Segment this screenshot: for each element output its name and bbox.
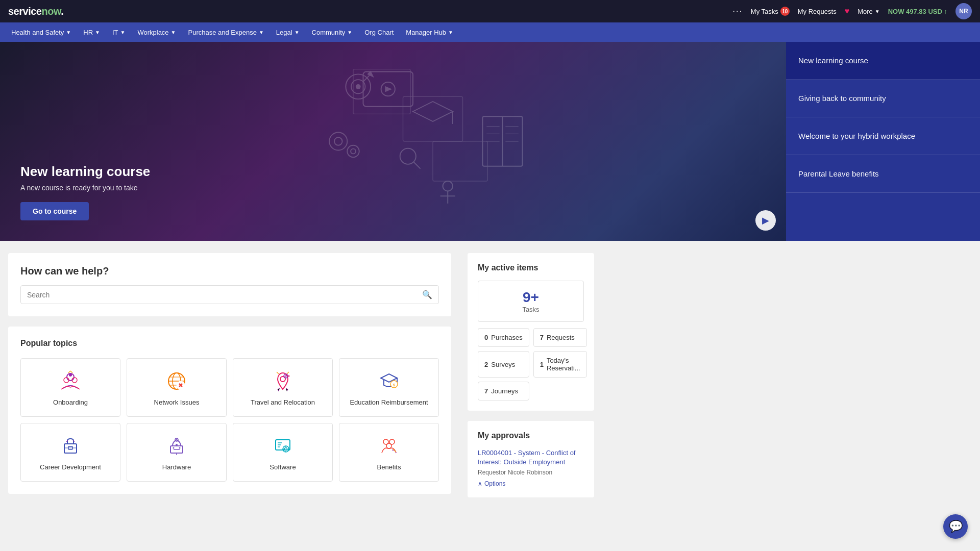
more-menu[interactable]: More ▼	[857, 8, 880, 15]
svg-point-11	[443, 181, 453, 191]
nav-manager-hub-label: Manager Hub	[406, 29, 446, 36]
nav-purchase-expense[interactable]: Purchase and Expense ▼	[183, 26, 269, 39]
search-box: 🔍	[20, 285, 439, 304]
search-icon: 🔍	[422, 290, 432, 299]
nav-legal-label: Legal	[276, 29, 292, 36]
nav-legal[interactable]: Legal ▼	[271, 26, 305, 39]
svg-point-5	[329, 132, 347, 150]
journeys-badge[interactable]: 7 Journeys	[478, 382, 529, 400]
hero-sidebar-item-1[interactable]: Giving back to community	[786, 80, 980, 117]
surveys-badge[interactable]: 2 Surveys	[478, 351, 529, 378]
nav-bar: Health and Safety ▼ HR ▼ IT ▼ Workplace …	[0, 22, 980, 42]
more-chevron-icon: ▼	[875, 9, 880, 14]
my-requests-label: My Requests	[798, 8, 837, 15]
reservations-count: 1	[540, 361, 544, 368]
help-title: How can we help?	[20, 265, 439, 277]
search-input[interactable]	[27, 291, 422, 299]
heart-icon[interactable]: ♥	[845, 7, 850, 16]
svg-point-67	[285, 448, 287, 450]
reservations-badge[interactable]: 1 Today's Reservati...	[533, 351, 587, 378]
nav-health-safety-chevron: ▼	[66, 30, 71, 35]
travel-relocation-icon	[271, 369, 295, 393]
topic-education-reimbursement-label: Education Reimbursement	[350, 398, 428, 406]
approvals-title: My approvals	[478, 431, 584, 440]
dots-menu[interactable]: ···	[732, 7, 742, 16]
nav-purchase-expense-chevron: ▼	[259, 30, 264, 35]
topic-education-reimbursement[interactable]: $ Education Reimbursement	[339, 358, 439, 417]
hardware-icon	[164, 434, 189, 458]
nav-community-chevron: ▼	[347, 30, 352, 35]
topic-career-development[interactable]: Career Development	[20, 423, 120, 482]
svg-point-33	[69, 373, 72, 377]
logo-text: servicenow.	[8, 6, 63, 17]
nav-it-chevron: ▼	[120, 30, 126, 35]
nav-community[interactable]: Community ▼	[307, 26, 358, 39]
play-icon: ▶	[762, 215, 769, 226]
onboarding-icon	[58, 369, 83, 393]
svg-line-34	[68, 371, 70, 373]
svg-point-6	[334, 137, 342, 145]
hero-sidebar-item-3[interactable]: Parental Leave benefits	[786, 155, 980, 193]
top-bar: servicenow. ··· My Tasks 10 My Requests …	[0, 0, 980, 22]
svg-line-35	[70, 371, 72, 373]
logo[interactable]: servicenow.	[8, 6, 63, 17]
hero-sidebar-item-0[interactable]: New learning course	[786, 42, 980, 80]
hero-main: New learning course A new course is read…	[0, 42, 786, 241]
journeys-label: Journeys	[491, 387, 518, 395]
nav-hr[interactable]: HR ▼	[78, 26, 105, 39]
svg-text:$: $	[393, 383, 396, 387]
svg-point-63	[179, 447, 181, 449]
options-link[interactable]: ∧ Options	[478, 480, 584, 487]
my-requests[interactable]: My Requests	[798, 8, 837, 15]
reservations-label: Today's Reservati...	[547, 357, 580, 372]
education-reimbursement-icon: $	[377, 369, 401, 393]
topic-onboarding[interactable]: Onboarding	[20, 358, 120, 417]
nav-workplace[interactable]: Workplace ▼	[132, 26, 181, 39]
tasks-box[interactable]: 9+ Tasks	[478, 281, 584, 322]
avatar[interactable]: NR	[955, 3, 972, 19]
hero-subtitle: A new course is ready for you to take	[20, 184, 150, 192]
go-to-course-button[interactable]: Go to course	[20, 202, 89, 220]
nav-it[interactable]: IT ▼	[107, 26, 130, 39]
topic-benefits-label: Benefits	[377, 463, 401, 471]
my-tasks[interactable]: My Tasks 10	[751, 7, 790, 16]
hero-sidebar-item-label-3: Parental Leave benefits	[798, 169, 879, 178]
topic-network-issues[interactable]: Network Issues	[127, 358, 227, 417]
requests-label: Requests	[547, 334, 575, 341]
topic-network-issues-label: Network Issues	[154, 398, 200, 406]
purchases-badge[interactable]: 0 Purchases	[478, 328, 529, 347]
journeys-count: 7	[484, 387, 488, 395]
active-items-panel: My active items 9+ Tasks 0 Purchases 7 R…	[468, 253, 594, 411]
nav-org-chart[interactable]: Org Chart	[359, 26, 399, 39]
svg-point-9	[400, 148, 416, 164]
surveys-label: Surveys	[491, 361, 515, 368]
svg-point-62	[173, 447, 175, 449]
play-button[interactable]: ▶	[755, 210, 776, 231]
nav-community-label: Community	[312, 29, 346, 36]
hero-sidebar-item-2[interactable]: Welcome to your hybrid workplace	[786, 117, 980, 155]
surveys-count: 2	[484, 361, 488, 368]
task-count-badge: 10	[780, 7, 790, 16]
requests-badge[interactable]: 7 Requests	[533, 328, 587, 347]
nav-hr-chevron: ▼	[95, 30, 100, 35]
nav-health-safety[interactable]: Health and Safety ▼	[6, 26, 76, 39]
popular-topics-title: Popular topics	[20, 339, 439, 348]
more-label: More	[857, 8, 873, 15]
topic-hardware[interactable]: Hardware	[127, 423, 227, 482]
purchases-label: Purchases	[491, 334, 522, 341]
approvals-panel: My approvals LR0004001 - System - Confli…	[468, 421, 594, 497]
hero-title: New learning course	[20, 164, 150, 180]
topic-software[interactable]: Software	[233, 423, 333, 482]
topic-benefits[interactable]: Benefits	[339, 423, 439, 482]
nav-legal-chevron: ▼	[295, 30, 300, 35]
top-bar-right: ··· My Tasks 10 My Requests ♥ More ▼ NOW…	[732, 3, 972, 19]
tasks-label: Tasks	[486, 306, 575, 313]
svg-point-45	[288, 375, 290, 377]
svg-point-7	[347, 145, 359, 157]
approval-link[interactable]: LR0004001 - System - Conflict of Interes…	[478, 448, 584, 467]
nav-org-chart-label: Org Chart	[364, 29, 394, 36]
topic-onboarding-label: Onboarding	[53, 398, 88, 406]
nav-manager-hub[interactable]: Manager Hub ▼	[401, 26, 458, 39]
topic-travel-relocation[interactable]: Travel and Relocation	[233, 358, 333, 417]
help-section: How can we help? 🔍	[8, 253, 451, 316]
